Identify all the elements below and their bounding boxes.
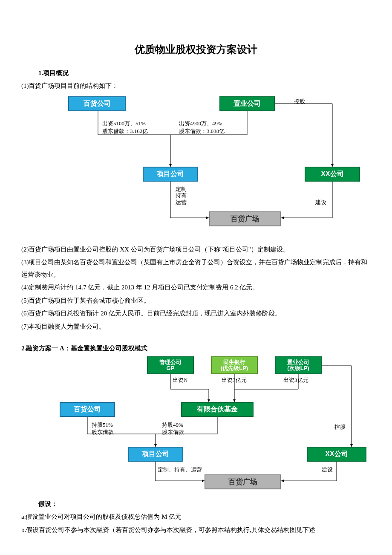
paragraph-3: (3)项目公司由某知名百货公司和置业公司（某国有上市房企全资子公司）合资设立，并… bbox=[21, 256, 371, 280]
paragraph-4: (4)定制费用总计约 14.7 亿元，截止 2013 年 12 月项目公司已支付… bbox=[21, 281, 371, 294]
d2-zy-l2: (次级LP) bbox=[287, 365, 309, 371]
d1-xiangmu-gongsi: 项目公司 bbox=[143, 167, 198, 182]
diagram-structure-1: 百货公司 置业公司 项目公司 XX公司 百货广场 出资5100万、51% 股东借… bbox=[60, 94, 366, 239]
paragraph-b: b.假设百货公司不参与本次融资（若百货公司亦参与本次融资，可参照本结构执行,具体… bbox=[21, 524, 371, 536]
d2-ms-l2: (优先级LP) bbox=[221, 365, 248, 371]
d1-right-contrib1: 出资4900万、49% bbox=[179, 120, 222, 127]
d2-xx-gongsi: XX公司 bbox=[307, 447, 366, 462]
d2-chigu51: 持股51% bbox=[92, 421, 113, 429]
d2-zhiye-lp: 置业公司 (次级LP) bbox=[275, 356, 322, 374]
paragraph-a: a.假设置业公司对项目公司的股权及债权总估值为 M 亿元 bbox=[21, 511, 371, 523]
d1-xx-gongsi: XX公司 bbox=[305, 167, 360, 182]
d1-jianshe: 建设 bbox=[315, 199, 326, 206]
d2-gp-l1: 管理公司 bbox=[159, 359, 182, 365]
d1-baihuo-guangchang: 百货广场 bbox=[209, 211, 281, 226]
d2-guanli-gp: 管理公司 GP bbox=[147, 356, 194, 374]
paragraph-2: (2)百货广场项目由置业公司控股的 XX 公司为百货广场项目公司（下称"项目公司… bbox=[21, 243, 371, 256]
section1-heading: 1.项目概况 bbox=[38, 69, 371, 77]
d2-minsheng: 民生银行 (优先级LP) bbox=[211, 356, 258, 374]
d2-chuzi-7: 出资7亿元 bbox=[222, 376, 247, 384]
d2-gp-l2: GP bbox=[167, 365, 175, 371]
d2-gudong-jiekuan-r: 股东借款 bbox=[162, 428, 184, 436]
d1-zhiye-gongsi: 置业公司 bbox=[219, 96, 275, 111]
d2-baihuo-guangchang: 百货广场 bbox=[205, 474, 281, 489]
paragraph-5: (5)百货广场项目位于某省会城市核心商业区。 bbox=[21, 295, 371, 307]
d1-yunying: 运营 bbox=[176, 199, 187, 205]
d1-vlabel: 定制 持有 运营 bbox=[175, 186, 187, 206]
doc-title: 优质物业股权投资方案设计 bbox=[21, 43, 371, 56]
d2-chuzi-3: 出资3亿元 bbox=[283, 376, 308, 384]
d1-left-contrib1: 出资5100万、51% bbox=[102, 120, 146, 127]
d2-zy-l1: 置业公司 bbox=[287, 359, 309, 365]
section2-heading: 2.融资方案一 A：基金置换置业公司股权模式 bbox=[21, 344, 371, 353]
d2-chuzi-n: 出资N bbox=[173, 376, 187, 384]
paragraph-7: (7)本项目融资人为置业公司。 bbox=[21, 321, 371, 333]
d1-konggu: 控股 bbox=[294, 98, 305, 105]
d1-left-contrib2: 股东借款：3.162亿 bbox=[102, 127, 148, 135]
d2-jianshe: 建设 bbox=[322, 466, 333, 474]
diagram-structure-2: 管理公司 GP 民生银行 (优先级LP) 置业公司 (次级LP) 百货公司 有限… bbox=[38, 355, 375, 496]
d1-chiyou: 持有 bbox=[176, 192, 187, 199]
d1-baihuo-gongsi: 百货公司 bbox=[68, 96, 126, 111]
paragraph-6: (6)百货广场项目总投资预计 20 亿元人民币。目前已经完成封顶，现已进入室内外… bbox=[21, 307, 371, 320]
d1-right-contrib2: 股东借款：3.038亿 bbox=[179, 127, 225, 135]
d2-youxian-hehuo: 有限合伙基金 bbox=[181, 402, 254, 417]
d2-dzcyyy: 定制、持有、运营 bbox=[158, 466, 202, 474]
d2-xiangmu-gongsi: 项目公司 bbox=[128, 447, 183, 462]
d2-chigu49: 持股49% bbox=[162, 421, 183, 429]
d2-baihuo-gongsi: 百货公司 bbox=[60, 402, 115, 417]
assume-heading: 假设： bbox=[38, 500, 371, 508]
d2-ms-l1: 民生银行 bbox=[223, 359, 245, 365]
d2-konggu: 控股 bbox=[334, 423, 346, 431]
paragraph-1: (1)百货广场项目目前的结构如下： bbox=[21, 80, 371, 92]
d1-dingzhi: 定制 bbox=[176, 186, 187, 192]
d2-gudong-jiekuan-l: 股东借款 bbox=[92, 428, 114, 436]
